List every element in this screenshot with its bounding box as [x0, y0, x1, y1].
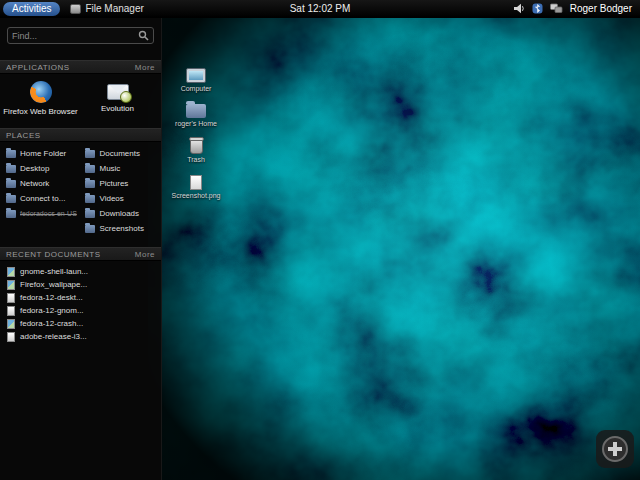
app-item-evolution[interactable]: Evolution [79, 81, 156, 116]
applications-list: Firefox Web Browser Evolution [0, 74, 161, 128]
place-item-connect[interactable]: Connect to... [6, 192, 85, 205]
desktop-icon-label: roger's Home [175, 120, 217, 127]
firefox-icon [30, 81, 52, 103]
recent-doc-item[interactable]: Firefox_wallpape... [7, 279, 154, 290]
gnome-shell-overview: Computer roger's Home Trash Screenshot.p… [0, 0, 640, 480]
places-section-header: PLACES [0, 128, 161, 142]
folder-icon [85, 165, 95, 173]
search-box[interactable] [7, 27, 154, 44]
place-item-pictures[interactable]: Pictures [85, 177, 157, 190]
desktop-icon-label: Screenshot.png [171, 192, 220, 199]
search-icon [138, 30, 149, 41]
place-item-desktop[interactable]: Desktop [6, 162, 85, 175]
recent-doc-item[interactable]: gnome-shell-laun... [7, 266, 154, 277]
place-item-documents[interactable]: Documents [85, 147, 157, 160]
app-item-firefox[interactable]: Firefox Web Browser [2, 81, 79, 116]
user-menu[interactable]: Roger Bodger [570, 3, 632, 14]
network-icon[interactable] [550, 3, 563, 14]
activities-button[interactable]: Activities [3, 2, 60, 16]
place-item-home[interactable]: Home Folder [6, 147, 85, 160]
folder-icon [85, 195, 95, 203]
image-doc-icon [7, 319, 15, 329]
desktop-icon-label: Computer [181, 85, 212, 92]
desktop-icon-label: Trash [187, 156, 205, 163]
plus-icon [602, 436, 628, 462]
recent-doc-item[interactable]: fedora-12-crash... [7, 318, 154, 329]
app-label: Firefox Web Browser [3, 107, 78, 116]
place-item-downloads[interactable]: Downloads [85, 207, 157, 220]
folder-icon [85, 225, 95, 233]
folder-icon [85, 210, 95, 218]
volume-icon[interactable] [513, 3, 525, 14]
desktop-icon-home[interactable]: roger's Home [168, 104, 224, 127]
recent-doc-item[interactable]: adobe-release-i3... [7, 331, 154, 342]
server-icon [6, 195, 16, 203]
search-input[interactable] [12, 31, 138, 41]
app-label: Evolution [101, 104, 134, 113]
clock[interactable]: Sat 12:02 PM [290, 3, 351, 14]
folder-icon [6, 150, 16, 158]
places-list: Home Folder Desktop Network Connect to..… [0, 142, 161, 247]
desktop-icons: Computer roger's Home Trash Screenshot.p… [168, 68, 224, 211]
desktop-icon-trash[interactable]: Trash [168, 139, 224, 163]
recent-documents-more-link[interactable]: More [135, 250, 155, 259]
desktop-icon-computer[interactable]: Computer [168, 68, 224, 92]
places-header-label: PLACES [6, 131, 41, 140]
document-icon [7, 306, 15, 316]
document-icon [7, 332, 15, 342]
bluetooth-icon[interactable] [532, 3, 543, 14]
place-item-videos[interactable]: Videos [85, 192, 157, 205]
app-menu[interactable]: File Manager [70, 3, 143, 14]
file-icon [190, 175, 202, 190]
recent-documents-list: gnome-shell-laun... Firefox_wallpape... … [0, 261, 161, 347]
recent-doc-item[interactable]: fedora-12-gnom... [7, 305, 154, 316]
desktop-icon-file[interactable]: Screenshot.png [168, 175, 224, 199]
top-bar: Activities File Manager Sat 12:02 PM Rog… [0, 0, 640, 18]
home-folder-icon [186, 104, 206, 118]
trash-icon [190, 139, 203, 154]
folder-icon [6, 165, 16, 173]
image-doc-icon [7, 280, 15, 290]
applications-more-link[interactable]: More [135, 63, 155, 72]
recent-documents-header-label: RECENT DOCUMENTS [6, 250, 101, 259]
applications-header-label: APPLICATIONS [6, 63, 70, 72]
recent-documents-section-header: RECENT DOCUMENTS More [0, 247, 161, 261]
place-item-network[interactable]: Network [6, 177, 85, 190]
folder-icon [6, 210, 16, 218]
document-icon [7, 293, 15, 303]
network-icon [6, 180, 16, 188]
recent-doc-item[interactable]: fedora-12-deskt... [7, 292, 154, 303]
computer-icon [186, 68, 206, 83]
add-workspace-button[interactable] [596, 430, 634, 468]
applications-section-header: APPLICATIONS More [0, 60, 161, 74]
status-area: Roger Bodger [513, 3, 632, 14]
file-manager-icon [70, 4, 81, 14]
image-doc-icon [7, 267, 15, 277]
place-item-screenshots[interactable]: Screenshots [85, 222, 157, 235]
evolution-icon [107, 84, 129, 100]
overview-panel: APPLICATIONS More Firefox Web Browser Ev… [0, 18, 162, 480]
place-item-music[interactable]: Music [85, 162, 157, 175]
app-menu-label: File Manager [85, 3, 143, 14]
folder-icon [85, 150, 95, 158]
place-item-bookmark-missing[interactable]: fedoradocs-en-US [6, 207, 85, 220]
folder-icon [85, 180, 95, 188]
